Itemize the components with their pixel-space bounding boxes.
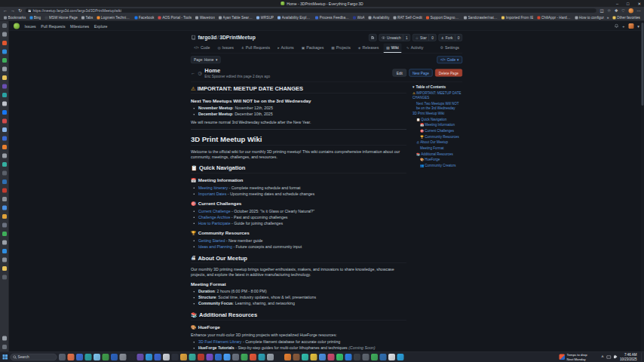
nav-link-explore[interactable]: Explore — [94, 23, 108, 28]
sidebar-tab-icon[interactable] — [2, 232, 7, 236]
star-button[interactable]: ☆ Star 0 — [412, 34, 436, 41]
sidebar-tab-icon[interactable] — [2, 197, 7, 201]
tab-actions[interactable]: ▸Actions — [274, 44, 297, 54]
taskbar-app-icon[interactable] — [354, 354, 360, 360]
taskbar-app-icon[interactable] — [198, 354, 204, 360]
sidebar-tool-icon[interactable] — [2, 345, 7, 349]
minimize-icon[interactable]: – — [616, 2, 618, 6]
sidebar-tab-icon[interactable] — [2, 206, 7, 210]
sidebar-tab-icon[interactable] — [2, 110, 7, 115]
delete-page-button[interactable]: Delete Page — [435, 69, 462, 77]
volume-icon[interactable] — [614, 356, 615, 359]
taskbar-app-icon[interactable] — [128, 354, 135, 360]
wiki-link[interactable]: Challenge Archive — [198, 215, 230, 219]
taskbar-app-icon[interactable] — [215, 354, 222, 360]
close-icon[interactable]: ✕ — [637, 1, 641, 6]
taskbar-app-icon[interactable] — [189, 354, 196, 360]
sidebar-tab-icon[interactable] — [2, 154, 7, 158]
sidebar-tab-icon[interactable] — [2, 223, 7, 228]
other-favorites-folder[interactable]: Other favorites — [611, 16, 642, 20]
tab-projects[interactable]: ▦Projects — [328, 44, 353, 54]
bookmark-item[interactable]: Support Diagnostics — [425, 16, 462, 20]
sidebar-tab-icon[interactable] — [2, 179, 7, 184]
address-bar[interactable]: https://meetup.fargo3d.com/fargo3d/3DPri… — [25, 8, 596, 14]
taskbar-app-icon[interactable] — [380, 354, 387, 360]
taskbar-app-icon[interactable] — [146, 354, 152, 360]
network-icon[interactable] — [606, 355, 611, 358]
taskbar-app-icon[interactable] — [241, 354, 248, 360]
bookmark-item[interactable]: Facebook — [133, 16, 155, 20]
back-icon[interactable]: ← — [3, 8, 8, 14]
toc-link[interactable]: 3D Print Meetup Wiki — [412, 112, 462, 116]
taskbar-app-icon[interactable] — [180, 354, 187, 360]
taskbar-app-icon[interactable] — [76, 354, 83, 360]
active-tab[interactable]: Home - 3DPrintMeetup - Everything Fargo … — [281, 0, 363, 7]
sidebar-tab-icon[interactable] — [2, 137, 7, 141]
sidebar-tab-icon[interactable] — [2, 67, 7, 72]
taskbar-app-icon[interactable] — [363, 354, 370, 360]
edit-button[interactable]: Edit — [393, 69, 406, 77]
sidebar-tab-icon[interactable] — [2, 189, 7, 193]
tray-overflow-caret-icon[interactable]: ^ — [602, 355, 604, 360]
repo-name-link[interactable]: 3DPrintMeetup — [219, 35, 256, 41]
toc-link[interactable]: 📚Additional Resources — [412, 152, 462, 156]
taskbar-app-icon[interactable] — [111, 354, 118, 360]
tab-activity[interactable]: ∿Activity — [403, 44, 427, 54]
bookmark-item[interactable]: Ayan Table Searchi... — [217, 16, 254, 20]
gitea-logo[interactable] — [14, 23, 20, 29]
favorites-star-icon[interactable]: ☆ — [607, 8, 611, 14]
repo-owner-link[interactable]: fargo3d — [198, 35, 217, 41]
tab-settings[interactable]: ⚙ Settings — [437, 44, 462, 54]
sidebar-tab-icon[interactable] — [2, 23, 7, 28]
taskbar-clock[interactable]: 7:46 AM 10/23/2025 — [620, 353, 637, 361]
sidebar-tab-icon[interactable] — [2, 145, 7, 149]
create-plus-icon[interactable]: + — [622, 23, 624, 28]
weather-widget[interactable]: Temps to drop Next Monday — [560, 353, 587, 360]
bookmarks-overflow-icon[interactable]: » — [607, 16, 609, 20]
sidebar-tab-icon[interactable] — [2, 58, 7, 63]
sidebar-tab-icon[interactable] — [2, 50, 7, 54]
taskbar-app-icon[interactable] — [336, 354, 343, 360]
taskbar-app-icon[interactable] — [172, 354, 179, 360]
taskbar-app-icon[interactable] — [371, 354, 378, 360]
sidebar-tab-icon[interactable] — [2, 93, 7, 97]
extensions-puzzle-icon[interactable]: ❖ — [615, 8, 618, 14]
taskbar-app-icon[interactable] — [137, 354, 144, 360]
tab-releases[interactable]: ◈Releases — [355, 44, 382, 54]
sidebar-tool-icon[interactable] — [2, 336, 7, 341]
bookmark-item[interactable]: RAT Self-Credit — [392, 16, 424, 20]
taskbar-search[interactable]: Search — [11, 354, 57, 360]
wiki-link[interactable]: Getting Started — [198, 238, 225, 243]
bookmark-item[interactable]: Bing — [28, 16, 42, 20]
taskbar-app-icon[interactable] — [302, 354, 308, 360]
sidebar-tab-icon[interactable] — [2, 102, 7, 106]
wiki-link[interactable]: Meeting Itinerary — [198, 186, 228, 190]
taskbar-app-icon[interactable] — [94, 354, 100, 360]
taskbar-app-icon[interactable] — [250, 354, 256, 360]
wiki-link[interactable]: Current Challenge — [198, 209, 231, 213]
taskbar-app-icon[interactable] — [59, 354, 66, 360]
sidebar-tab-icon[interactable] — [2, 75, 7, 80]
scrollbar-thumb[interactable] — [642, 23, 644, 106]
taskbar-app-icon[interactable] — [103, 354, 109, 360]
wiki-link[interactable]: 3D Fuel Filament Library — [198, 339, 241, 344]
sidebar-tab-icon[interactable] — [2, 127, 7, 132]
sidebar-tab-icon[interactable] — [2, 171, 7, 176]
taskbar-app-icon[interactable] — [232, 354, 239, 360]
taskbar-app-icon[interactable] — [319, 354, 326, 360]
more-menu-icon[interactable]: ⋯ — [637, 8, 642, 14]
bookmark-item[interactable]: ChiliAppr - Hardwa... — [535, 16, 572, 20]
notification-bell-icon[interactable] — [614, 23, 618, 28]
show-desktop-button[interactable] — [642, 353, 642, 361]
taskbar-app-icon[interactable] — [276, 354, 283, 360]
bookmark-item[interactable]: Logmein Technician... — [95, 16, 132, 20]
taskbar-app-icon[interactable] — [259, 354, 265, 360]
bookmark-item[interactable]: How to configure A... — [573, 16, 604, 20]
bookmark-item[interactable]: Bookmarks — [2, 16, 27, 20]
taskbar-app-icon[interactable] — [328, 354, 335, 360]
taskbar-app-icon[interactable] — [293, 354, 300, 360]
bookmark-item[interactable]: Process Feedback ... — [314, 16, 351, 20]
maximize-icon[interactable]: □ — [627, 2, 629, 6]
sidebar-tab-icon[interactable] — [2, 275, 7, 280]
tab-pull-requests[interactable]: ⋔Pull Requests — [238, 44, 273, 54]
